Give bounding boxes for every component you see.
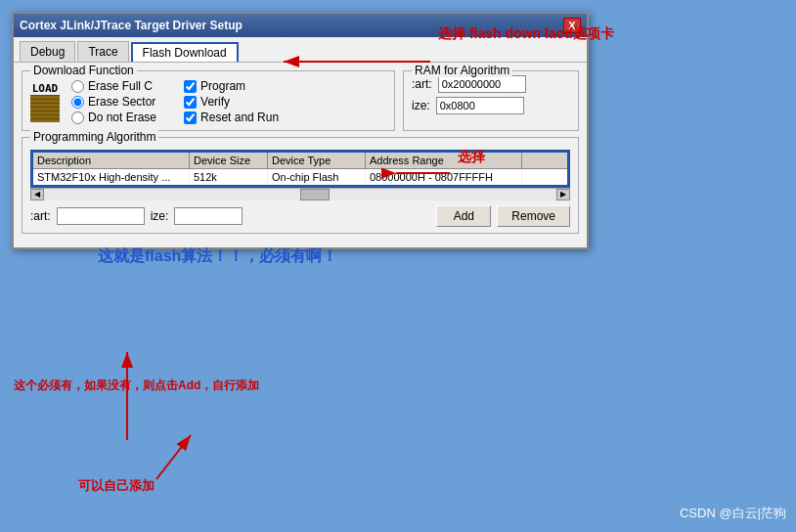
table-header: Description Device Size Device Type Addr… (33, 153, 567, 169)
prog-algo-group: Programming Algorithm Description Device… (22, 137, 579, 234)
do-not-erase-radio[interactable] (71, 111, 84, 124)
col-address-range: Address Range (366, 153, 522, 168)
watermark: CSDN @白云|茫狗 (680, 505, 786, 522)
do-not-erase-option[interactable]: Do not Erase (71, 111, 156, 124)
load-icon: LOAD (30, 82, 60, 122)
tab-trace[interactable]: Trace (77, 41, 128, 62)
algo-size-label: ize: (151, 209, 169, 223)
load-image (30, 95, 60, 122)
ram-size-row: ize: (412, 97, 570, 114)
top-sections: Download Function LOAD Erase Full C (22, 70, 579, 137)
ram-start-input[interactable] (438, 75, 526, 93)
algo-start-label: :art: (30, 209, 51, 223)
algo-buttons: Add Remove (436, 205, 570, 227)
ram-algorithm-group: RAM for Algorithm :art: ize: (403, 70, 579, 131)
col-device-type: Device Type (268, 153, 366, 168)
ram-size-label: ize: (412, 99, 430, 112)
ram-size-input[interactable] (436, 97, 524, 114)
ram-algorithm-label: RAM for Algorithm (412, 64, 512, 77)
reset-run-option[interactable]: Reset and Run (184, 111, 279, 124)
window-title: Cortex JLink/JTrace Target Driver Setup (20, 19, 243, 32)
prog-algo-label: Programming Algorithm (30, 130, 158, 144)
cell-device-type: On-chip Flash (268, 169, 366, 185)
ram-fields: :art: ize: (412, 75, 570, 114)
scroll-left-btn[interactable]: ◀ (30, 189, 44, 200)
table-row[interactable]: STM32F10x High-density ... 512k On-chip … (33, 169, 567, 185)
svg-line-7 (156, 435, 191, 479)
erase-full-option[interactable]: Erase Full C (71, 79, 156, 93)
cell-address-range: 08000000H - 0807FFFFH (366, 169, 522, 185)
ram-start-label: :art: (412, 77, 432, 91)
remove-button[interactable]: Remove (497, 205, 570, 227)
arrow-can-add (127, 421, 225, 499)
close-button[interactable]: X (563, 18, 581, 33)
verify-checkbox[interactable] (184, 96, 197, 109)
download-function-label: Download Function (30, 64, 137, 77)
annotation-flash-algo: 这就是flash算法！！，必须有啊！ (98, 246, 337, 267)
program-options: Program Verify Reset and Run (184, 79, 279, 124)
erase-options: Erase Full C Erase Sector Do not Erase (71, 79, 156, 124)
do-not-erase-label: Do not Erase (88, 111, 156, 124)
content-area: Download Function LOAD Erase Full C (14, 63, 587, 247)
algo-inputs: :art: ize: (30, 207, 243, 225)
reset-run-label: Reset and Run (200, 111, 279, 124)
cell-device-size: 512k (190, 169, 268, 185)
arrow-must-have (29, 332, 147, 450)
download-function-group: Download Function LOAD Erase Full C (22, 70, 395, 131)
scroll-track[interactable] (44, 189, 556, 200)
program-checkbox[interactable] (184, 80, 197, 93)
load-text: LOAD (32, 82, 59, 95)
algo-table: Description Device Size Device Type Addr… (30, 150, 570, 188)
erase-sector-label: Erase Sector (88, 95, 155, 109)
cell-description: STM32F10x High-density ... (33, 169, 190, 185)
verify-option[interactable]: Verify (184, 95, 279, 109)
program-option[interactable]: Program (184, 79, 279, 93)
annotation-must-have: 这个必须有，如果没有，则点击Add，自行添加 (14, 377, 259, 394)
horizontal-scrollbar[interactable]: ◀ ▶ (30, 188, 570, 200)
ram-start-row: :art: (412, 75, 570, 93)
scroll-thumb[interactable] (300, 189, 330, 200)
verify-label: Verify (200, 95, 230, 109)
algo-start-input[interactable] (57, 207, 145, 225)
erase-sector-option[interactable]: Erase Sector (71, 95, 156, 109)
add-button[interactable]: Add (436, 205, 491, 227)
col-device-size: Device Size (190, 153, 268, 168)
tab-bar: Debug Trace Flash Download (14, 37, 587, 63)
annotation-can-add: 可以自己添加 (78, 477, 155, 495)
col-description: Description (33, 153, 190, 168)
main-window: Cortex JLink/JTrace Target Driver Setup … (12, 12, 589, 249)
erase-sector-radio[interactable] (71, 96, 84, 109)
erase-full-label: Erase Full C (88, 79, 153, 93)
title-bar: Cortex JLink/JTrace Target Driver Setup … (14, 14, 587, 37)
reset-run-checkbox[interactable] (184, 111, 197, 124)
scroll-right-btn[interactable]: ▶ (556, 189, 570, 200)
tab-flash-download[interactable]: Flash Download (131, 42, 239, 62)
tab-debug[interactable]: Debug (20, 41, 75, 62)
bottom-row: :art: ize: Add Remove (30, 205, 570, 227)
algo-size-input[interactable] (174, 207, 243, 225)
download-function-content: LOAD Erase Full C Erase Secto (30, 79, 386, 124)
program-label: Program (200, 79, 245, 93)
erase-full-radio[interactable] (71, 80, 84, 93)
